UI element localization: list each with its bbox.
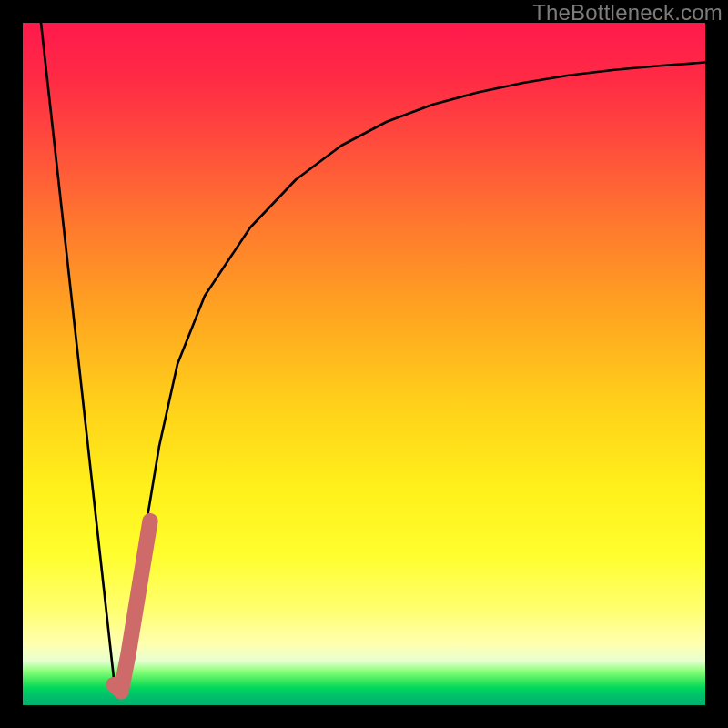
highlight-segment <box>114 521 150 693</box>
chart-frame: TheBottleneck.com <box>0 0 728 728</box>
plot-area <box>23 23 705 705</box>
watermark-text: TheBottleneck.com <box>532 0 723 25</box>
chart-svg <box>23 23 705 705</box>
